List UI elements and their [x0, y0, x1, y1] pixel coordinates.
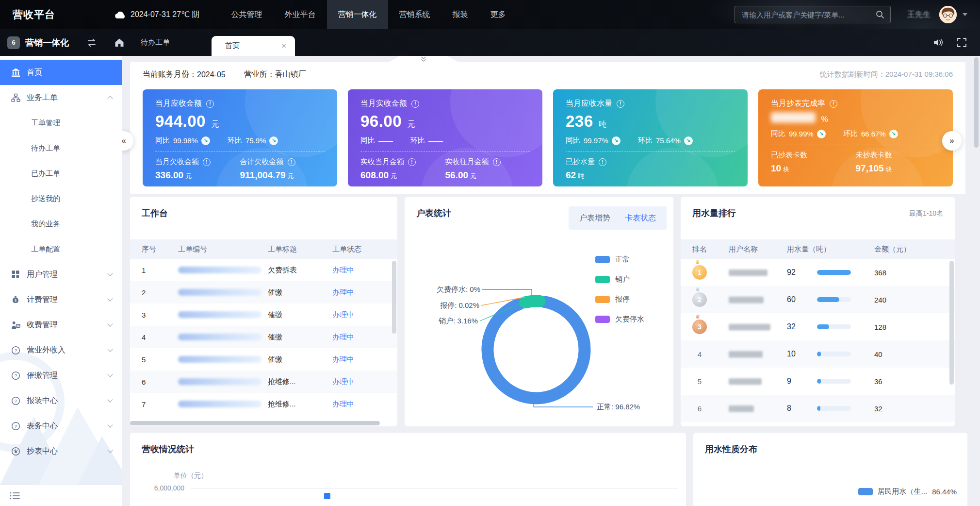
- tab-home[interactable]: 首页 ×: [212, 36, 295, 56]
- table-row: 5催缴办理中: [130, 348, 397, 371]
- sidebar-item-collection-mgmt[interactable]: ? 催缴管理: [0, 363, 122, 388]
- sidebar-collapse-toggle[interactable]: [0, 485, 122, 506]
- sub-metric-value: 56.00: [445, 170, 469, 180]
- chart-legend-swatch[interactable]: [324, 493, 330, 499]
- info-icon[interactable]: !: [288, 158, 295, 166]
- legend-item-stop-water[interactable]: 欠费停水: [595, 315, 644, 324]
- donut-slice-closed[interactable]: [525, 301, 540, 303]
- sidebar-item-nonoperating-income[interactable]: ? 营业外收入: [0, 337, 122, 363]
- question-circle-icon: ?: [11, 396, 20, 405]
- chevron-down-icon: [107, 346, 113, 352]
- sidebar-item-work-order[interactable]: 业务工单: [0, 85, 122, 110]
- carousel-next-button[interactable]: »: [942, 131, 962, 151]
- ranking-vertical-scrollbar[interactable]: [949, 261, 954, 385]
- collapse-stats-notch[interactable]: [375, 56, 472, 62]
- sidebar-subitem-my-business[interactable]: 我的业务: [0, 211, 122, 236]
- top-nav-marketing-system[interactable]: 营销系统: [388, 0, 441, 29]
- legend-swatch: [595, 256, 610, 263]
- status-link[interactable]: 办理中: [332, 355, 386, 364]
- legend-item-paused[interactable]: 报停: [595, 295, 644, 304]
- status-link[interactable]: 办理中: [332, 377, 386, 387]
- water-nature-title: 用水性质分布: [705, 443, 757, 455]
- redacted-order-no: [178, 356, 261, 363]
- avatar[interactable]: [939, 6, 957, 23]
- info-icon[interactable]: !: [493, 158, 501, 166]
- app-logo-icon: 6: [7, 36, 20, 49]
- workbench-vertical-scrollbar[interactable]: [392, 261, 396, 334]
- card-unit: 吨: [599, 120, 606, 128]
- sound-icon[interactable]: [933, 38, 944, 47]
- sidebar-subitem-order-mgmt[interactable]: 工单管理: [0, 110, 122, 135]
- sidebar-item-label: 表务中心: [27, 421, 58, 431]
- status-link[interactable]: 办理中: [332, 288, 386, 297]
- svg-text:$: $: [15, 298, 16, 303]
- legend-item-normal[interactable]: 正常: [595, 255, 644, 264]
- info-icon[interactable]: !: [617, 100, 624, 108]
- table-row: 1 92 368: [681, 259, 955, 286]
- donut-slice-normal[interactable]: [488, 302, 585, 398]
- sidebar-subitem-order-config[interactable]: 工单配置: [0, 236, 122, 262]
- sidebar-item-meter-reading-center[interactable]: 抄表中心: [0, 439, 122, 464]
- sidebar-item-installation-center[interactable]: ? 报装中心: [0, 388, 122, 413]
- sidebar-item-meter-affairs-center[interactable]: ? 表务中心: [0, 413, 122, 439]
- page-scrollbar[interactable]: [974, 57, 979, 148]
- fullscreen-icon[interactable]: [957, 38, 966, 47]
- legend-label: 居民用水（生...: [878, 487, 928, 496]
- usage-bar: [817, 406, 851, 411]
- legend-item-residential[interactable]: 居民用水（生... 86.44%: [858, 487, 957, 496]
- info-icon[interactable]: !: [830, 100, 837, 108]
- top-nav-more[interactable]: 更多: [479, 0, 517, 29]
- weather-widget: 2024-07-31 27℃ 阴: [114, 10, 200, 20]
- y-axis-tick: 6,000,000: [140, 484, 678, 492]
- status-link[interactable]: 办理中: [332, 310, 386, 320]
- trend-down-icon: ↘: [889, 130, 898, 138]
- info-icon[interactable]: !: [408, 158, 416, 166]
- money-bag-icon: $: [11, 295, 20, 304]
- top-nav-installation[interactable]: 报装: [441, 0, 479, 29]
- top-nav-public-mgmt[interactable]: 公共管理: [220, 0, 274, 29]
- status-link[interactable]: 办理中: [332, 333, 386, 342]
- global-search[interactable]: [735, 6, 891, 23]
- sidebar-item-label: 首页: [27, 67, 42, 78]
- redacted-order-no: [178, 334, 261, 340]
- info-icon[interactable]: !: [203, 158, 211, 166]
- sub-metric-label: 实收往月金额: [445, 157, 489, 167]
- top-nav-marketing-integrated[interactable]: 营销一体化: [327, 0, 388, 29]
- yoy-label: 同比: [155, 136, 170, 145]
- sidebar-item-billing-mgmt[interactable]: $ 计费管理: [0, 287, 122, 312]
- status-link[interactable]: 办理中: [332, 266, 386, 275]
- todo-workorder-link[interactable]: 待办工单: [141, 38, 170, 47]
- mom-value: 75.64%: [656, 136, 681, 145]
- app-bar-actions: [933, 38, 980, 47]
- legend-item-closed[interactable]: 销户: [595, 275, 644, 284]
- info-icon[interactable]: !: [599, 158, 606, 166]
- tab-close-icon[interactable]: ×: [281, 41, 286, 51]
- svg-text:?: ?: [14, 373, 17, 378]
- search-input[interactable]: [741, 10, 876, 19]
- mom-value: ——: [428, 136, 443, 145]
- search-icon[interactable]: [876, 10, 884, 19]
- info-icon[interactable]: !: [206, 100, 214, 108]
- top-nav-field-platform[interactable]: 外业平台: [274, 0, 327, 29]
- table-header: 序号 工单编号 工单标题 工单状态: [130, 239, 397, 259]
- switch-app-icon[interactable]: [86, 38, 97, 47]
- redacted-user-name: [729, 378, 762, 385]
- menu-list-icon: [10, 491, 20, 500]
- carousel-prev-button[interactable]: «: [122, 131, 133, 151]
- sidebar-item-fee-mgmt[interactable]: 收费管理: [0, 312, 122, 337]
- home-icon[interactable]: [114, 38, 124, 47]
- sidebar-item-home[interactable]: 首页: [0, 60, 122, 85]
- sidebar-subitem-todo-orders[interactable]: 待办工单: [0, 135, 122, 161]
- workbench-horizontal-scrollbar[interactable]: [130, 421, 380, 425]
- sidebar-subitem-done-orders[interactable]: 已办工单: [0, 161, 122, 186]
- status-link[interactable]: 办理中: [332, 400, 386, 409]
- sidebar-subitem-cc-me[interactable]: 抄送我的: [0, 186, 122, 211]
- user-name: 王先生: [907, 10, 931, 20]
- info-icon[interactable]: !: [411, 100, 419, 108]
- sidebar-item-user-mgmt[interactable]: 用户管理: [0, 262, 122, 287]
- card-title: 当月抄表完成率: [771, 99, 825, 109]
- user-menu-caret-icon[interactable]: [963, 13, 967, 16]
- office-value: 香山镇厂: [275, 69, 306, 80]
- ranking-subtitle: 最高1-10名: [909, 209, 943, 218]
- yoy-value: 99.99%: [789, 130, 814, 138]
